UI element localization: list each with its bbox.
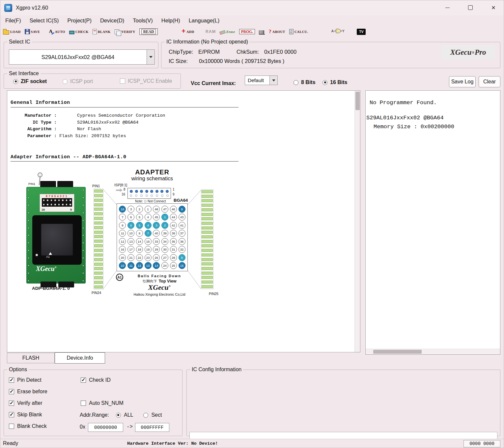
floppy-icon	[25, 29, 30, 34]
toolbar-calcu-button[interactable]: CALCU.	[289, 29, 308, 34]
pin25-label: PIN25	[209, 292, 218, 296]
gate-icon: AY	[331, 28, 345, 35]
isp-hole	[166, 190, 169, 193]
toolbar-ram-button[interactable]: RAM	[206, 29, 216, 34]
option-pin-detect: Pin Detect	[9, 377, 42, 383]
via-dot	[28, 272, 29, 274]
toolbar-prog-button[interactable]: PROG.	[239, 29, 255, 34]
via-dot	[28, 234, 29, 236]
bga-ball: 15	[145, 238, 152, 245]
log-memory-size: Memory Size : 0x00200000	[374, 124, 454, 130]
bga-ball: 3	[153, 222, 160, 229]
menu-file[interactable]: File(F)	[1, 16, 25, 25]
tab-flash[interactable]: FLASH	[7, 353, 55, 363]
header-dot	[47, 199, 48, 201]
ic-config-field[interactable]	[189, 432, 497, 439]
menu-project[interactable]: Project(P)	[63, 16, 96, 25]
toolbar-auto-button[interactable]: AUTO	[48, 29, 65, 34]
blank-check-checkbox[interactable]	[9, 424, 14, 429]
pin-detect-checkbox[interactable]	[9, 377, 14, 383]
addr-to-input[interactable]	[135, 423, 169, 432]
8-bits-radio[interactable]	[294, 80, 298, 85]
pin-bar	[94, 285, 103, 288]
scrollbar-thumb[interactable]	[373, 350, 422, 354]
addr-all-radio[interactable]	[116, 413, 121, 418]
header-dot	[51, 199, 52, 201]
save-label: SAVE	[31, 30, 40, 34]
toolbar-about-button[interactable]: ABOUT	[269, 29, 285, 35]
ic-select-dropdown-button[interactable]	[147, 50, 154, 64]
toolbar-erase-button[interactable]: Erase	[220, 29, 235, 34]
log-horizontal-scrollbar[interactable]	[366, 349, 500, 354]
adapter-model-label: ADP-BGA64A-1. 0	[32, 286, 70, 291]
isp-hole	[156, 194, 158, 197]
check-id-checkbox[interactable]	[81, 377, 86, 383]
options-group: Options Pin DetectErase beforeVerify aft…	[4, 370, 182, 436]
16-bits-radio[interactable]	[322, 80, 327, 85]
via-column	[28, 189, 30, 282]
vcc-dropdown-button[interactable]	[269, 76, 277, 85]
pin-bar	[94, 263, 103, 266]
bga-ball: 13	[127, 238, 134, 245]
toolbar-stripes-button[interactable]	[259, 29, 265, 35]
tab-device-info[interactable]: Device.Info	[55, 352, 105, 364]
scrollbar-thumb[interactable]	[355, 92, 360, 110]
skip-blank-checkbox[interactable]	[9, 412, 14, 417]
minimize-button[interactable]	[440, 2, 455, 13]
maximize-button[interactable]	[463, 2, 478, 13]
auto-sn-checkbox[interactable]	[81, 401, 86, 406]
chip-type-value: E/PROM	[198, 49, 220, 55]
isp-header-on-pcb: 87654321 16 9	[40, 194, 74, 212]
menu-select-ic[interactable]: Select IC(S)	[25, 16, 63, 25]
close-button[interactable]	[486, 2, 501, 13]
addr-all-label: ALL	[124, 412, 133, 418]
menu-language[interactable]: Language(L)	[184, 16, 224, 25]
toolbar-read-button[interactable]: READ	[139, 28, 158, 35]
bga-ball: 16	[119, 206, 126, 213]
menu-tools[interactable]: Tools(V)	[128, 16, 157, 25]
pin-bar	[94, 190, 103, 193]
bga-ball: 13	[145, 262, 152, 269]
bga-ball: 17	[127, 246, 134, 253]
toolbar-blank-button[interactable]: BLANK	[93, 29, 111, 34]
bga-ball: 44	[170, 214, 177, 221]
log-no-programmer: No Programmer Found.	[370, 100, 437, 106]
verify-icon	[115, 29, 119, 34]
toolbar-gate-button[interactable]: AY	[331, 28, 345, 35]
toolbar-save-button[interactable]: SAVE	[25, 29, 40, 34]
erase-before-checkbox[interactable]	[9, 389, 14, 394]
toolbar-tv-button[interactable]: TV	[357, 29, 366, 35]
main-vertical-scrollbar[interactable]	[354, 91, 360, 352]
icsp-vcc-checkbox[interactable]	[120, 78, 125, 84]
ic-select-combo[interactable]: S29AL016JxxFxx02 @BGA64	[9, 49, 155, 65]
bga-ball: 35	[170, 238, 177, 245]
isp-hole	[135, 190, 138, 193]
menu-help[interactable]: Help(H)	[157, 16, 184, 25]
bga-ball: 10	[127, 230, 134, 237]
toolbar-check-button[interactable]: CHECK	[69, 29, 89, 34]
pin-bar	[202, 195, 213, 198]
verify-after-checkbox[interactable]	[9, 401, 14, 406]
vcc-current-select[interactable]: Default	[245, 75, 278, 85]
clear-button[interactable]: Clear	[479, 76, 500, 87]
toolbar-load-button[interactable]: LOAD	[3, 29, 21, 35]
range-arrow: ->	[126, 424, 133, 430]
pin-bar	[202, 199, 213, 202]
isp-row-bottom	[130, 194, 169, 197]
save-log-button[interactable]: Save Log	[449, 76, 476, 87]
menu-device[interactable]: Device(D)	[96, 16, 128, 25]
toolbar-verify-button[interactable]: VERIFY	[115, 29, 135, 34]
option-label: Blank Check	[17, 423, 47, 429]
zif-socket-label: ZIF socket	[21, 78, 47, 84]
via-dot	[28, 220, 29, 221]
isp-hole	[161, 194, 163, 197]
addr-from-input[interactable]	[88, 423, 123, 432]
addr-sect-radio[interactable]	[143, 413, 148, 418]
toolbar-add-button[interactable]: ADD	[182, 29, 194, 35]
add-label: ADD	[186, 30, 194, 34]
zif-socket-radio[interactable]	[13, 79, 18, 84]
icsp-port-radio[interactable]	[63, 79, 68, 84]
isp-num-1: 1	[173, 188, 175, 191]
titlebar: Xgpro v12.60	[0, 0, 504, 15]
ic-information-legend: IC Information (No Project opened)	[165, 39, 250, 45]
